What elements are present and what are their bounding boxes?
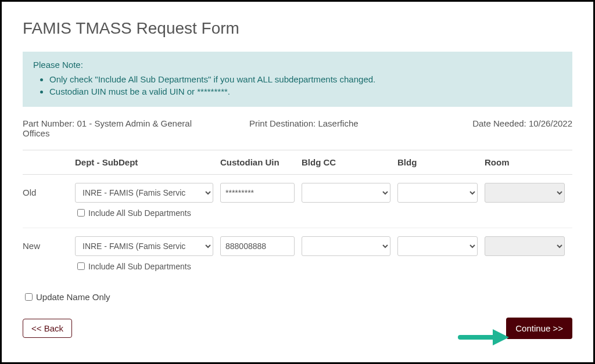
update-name-only-checkbox[interactable] [25, 293, 33, 301]
new-dept-select[interactable]: INRE - FAMIS (Famis Servic [75, 236, 213, 256]
old-include-checkbox[interactable] [77, 209, 85, 217]
print-value: Laserfiche [318, 118, 358, 128]
new-include-checkbox[interactable] [77, 262, 85, 270]
col-bldg: Bldg [397, 157, 485, 167]
new-bldg-select[interactable] [397, 236, 478, 256]
info-row: Part Number: 01 - System Admin & General… [23, 118, 572, 138]
old-uin-input[interactable] [220, 183, 295, 203]
old-room-select[interactable] [485, 183, 565, 203]
back-button[interactable]: << Back [23, 319, 72, 338]
col-bldgcc: Bldg CC [302, 157, 397, 167]
note-item: Only check "Include All Sub Departments"… [49, 74, 562, 84]
col-room: Room [485, 157, 572, 167]
continue-button[interactable]: Continue >> [506, 318, 572, 339]
note-heading: Please Note: [33, 60, 562, 70]
old-include-wrap: Include All Sub Departments [75, 207, 213, 218]
grid: Dept - SubDept Custodian Uin Bldg CC Bld… [23, 150, 572, 281]
print-destination: Print Destination: Laserfiche [249, 118, 445, 138]
col-uin: Custodian Uin [220, 157, 302, 167]
button-row: << Back Continue >> [23, 318, 572, 339]
old-bldgcc-select[interactable] [302, 183, 390, 203]
page-title: FAMIS TMASS Request Form [23, 19, 572, 38]
row-new: New INRE - FAMIS (Famis Servic Include A… [23, 228, 572, 281]
grid-header: Dept - SubDept Custodian Uin Bldg CC Bld… [23, 150, 572, 175]
row-new-label: New [23, 236, 75, 251]
new-room-select[interactable] [485, 236, 565, 256]
old-dept-select[interactable]: INRE - FAMIS (Famis Servic [75, 183, 213, 203]
old-include-label: Include All Sub Departments [88, 208, 191, 218]
print-label: Print Destination: [249, 118, 318, 128]
new-include-wrap: Include All Sub Departments [75, 261, 213, 272]
form-frame: FAMIS TMASS Request Form Please Note: On… [0, 0, 595, 364]
date-label: Date Needed: [472, 118, 529, 128]
old-bldg-select[interactable] [397, 183, 478, 203]
date-needed: Date Needed: 10/26/2022 [445, 118, 572, 138]
row-old-label: Old [23, 183, 75, 197]
date-value: 10/26/2022 [529, 118, 572, 128]
col-dept: Dept - SubDept [75, 157, 220, 167]
update-name-only-label: Update Name Only [36, 292, 110, 302]
new-include-label: Include All Sub Departments [88, 262, 191, 271]
new-bldgcc-select[interactable] [302, 236, 390, 256]
row-old: Old INRE - FAMIS (Famis Servic Include A… [23, 175, 572, 228]
new-uin-input[interactable] [220, 236, 295, 256]
note-item: Custodian UIN must be a valid UIN or ***… [49, 87, 562, 96]
part-label: Part Number: [23, 118, 77, 128]
part-number: Part Number: 01 - System Admin & General… [23, 118, 214, 138]
note-box: Please Note: Only check "Include All Sub… [23, 52, 572, 107]
update-only-wrap: Update Name Only [23, 291, 572, 302]
